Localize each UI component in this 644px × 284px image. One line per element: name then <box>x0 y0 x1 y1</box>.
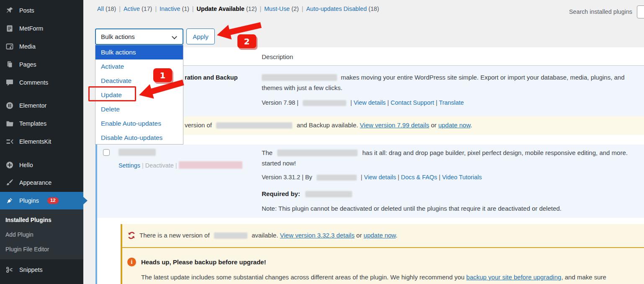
redacted-text <box>262 74 337 81</box>
description-column-header: Description <box>262 53 293 60</box>
submenu-plugin-file-editor[interactable]: Plugin File Editor <box>5 246 49 253</box>
sidebar-item-label: Posts <box>19 7 34 14</box>
comment-icon <box>5 78 14 87</box>
search-plugins-input[interactable] <box>637 5 644 18</box>
filter-update-available-count: (12) <box>246 5 257 12</box>
option-bulk-actions[interactable]: Bulk actions <box>95 45 183 59</box>
plug-icon <box>5 196 14 205</box>
filter-separator: | <box>302 5 304 12</box>
pages-icon <box>5 60 14 69</box>
plugin-1-version: Version 7.98 | <box>262 99 299 106</box>
info-icon: i <box>127 258 136 266</box>
redacted-plugin-2-name <box>118 149 156 156</box>
redacted-plugin-name <box>214 232 247 239</box>
elementor-icon <box>5 101 14 110</box>
plugin-2-view-details-link[interactable]: View details <box>364 174 396 181</box>
filter-all-count: (18) <box>106 5 116 12</box>
filter-update-available[interactable]: Update Available <box>197 5 245 12</box>
step-1-badge: 1 <box>153 68 172 82</box>
sidebar-item-label: Templates <box>19 120 46 127</box>
plugins-update-count-badge: 12 <box>47 197 59 204</box>
sidebar-item-hello[interactable]: Hello <box>0 157 83 173</box>
elementskit-icon <box>5 137 14 146</box>
sidebar-item-templates[interactable]: Templates <box>0 116 83 132</box>
plugin-1-contact-support-link[interactable]: Contact Support <box>391 99 434 106</box>
backup-warning-body: The latest update includes some substant… <box>141 274 606 281</box>
plugin-2-description-line2: started now! <box>262 160 296 167</box>
filter-all[interactable]: All <box>97 5 104 12</box>
pin-icon <box>5 6 14 15</box>
sidebar-item-media[interactable]: Media <box>0 39 83 54</box>
new-version-notice: There is a new version of available. Vie… <box>139 232 397 239</box>
sidebar-item-label: MetForm <box>19 25 43 32</box>
plugin-status-filters: All (18)|Active (17)|Inactive (1)|Update… <box>97 5 379 12</box>
plugin-2-video-tutorials-link[interactable]: Video Tutorials <box>442 174 482 181</box>
backup-site-link[interactable]: backup your site before upgrading <box>466 274 562 281</box>
filter-separator: | <box>155 5 157 12</box>
backup-warning-title: Heads up, Please backup before upgrade! <box>141 258 266 266</box>
plugin-2-checkbox[interactable] <box>103 149 110 156</box>
sidebar-item-appearance[interactable]: Appearance <box>0 175 83 191</box>
option-disable-auto-updates[interactable]: Disable Auto-updates <box>95 131 183 145</box>
chevron-down-icon <box>172 34 177 39</box>
filter-active[interactable]: Active <box>124 5 140 12</box>
sidebar-item-elementskit[interactable]: ElementsKit <box>0 134 83 150</box>
redacted-text <box>277 150 358 156</box>
redacted-plugin-name <box>216 122 292 129</box>
sidebar-item-comments[interactable]: Comments <box>0 75 83 90</box>
plugin-1-translate-link[interactable]: Translate <box>439 99 464 106</box>
option-enable-auto-updates[interactable]: Enable Auto-updates <box>95 116 183 131</box>
admin-sidebar: Posts MetForm Media Pages Comments Eleme… <box>0 0 83 284</box>
filter-must-use[interactable]: Must-Use <box>264 5 290 12</box>
folder-icon <box>5 119 14 128</box>
submenu-installed-plugins[interactable]: Installed Plugins <box>5 217 52 223</box>
plugin-2-required-by: Required by: <box>262 190 352 197</box>
redacted-author <box>303 100 346 106</box>
sidebar-item-plugins[interactable]: Plugins 12 <box>0 192 83 209</box>
sidebar-item-elementor[interactable]: Elementor <box>0 98 83 114</box>
sidebar-item-metform[interactable]: MetForm <box>0 21 83 36</box>
sidebar-item-label: Pages <box>19 61 36 68</box>
search-plugins-label: Search installed plugins <box>569 8 632 15</box>
bulk-actions-selected-value: Bulk actions <box>101 33 135 40</box>
sidebar-item-label: Plugins <box>19 197 39 204</box>
plugin-1-update-notice: version of and Backup available. View ve… <box>185 121 472 129</box>
step-2-badge: 2 <box>237 34 256 48</box>
update-now-link[interactable]: update now <box>438 121 471 129</box>
filter-separator: | <box>192 5 194 12</box>
bulk-actions-select[interactable]: Bulk actions <box>95 28 183 45</box>
view-version-799-details-link[interactable]: View version 7.99 details <box>360 121 429 129</box>
media-icon <box>5 42 14 51</box>
update-option-highlight-box <box>88 86 136 101</box>
sidebar-item-label: Comments <box>19 79 48 86</box>
filter-separator: | <box>260 5 261 12</box>
sidebar-item-label: Appearance <box>19 179 52 186</box>
plugin-2-docs-faqs-link[interactable]: Docs & FAQs <box>401 174 437 181</box>
view-version-3323-details-link[interactable]: View version 3.32.3 details <box>280 232 354 239</box>
redacted-required-by <box>305 191 352 197</box>
redacted-author <box>317 175 357 181</box>
sidebar-item-label: Hello <box>19 162 33 168</box>
filter-active-count: (17) <box>142 5 152 12</box>
sidebar-item-pages[interactable]: Pages <box>0 57 83 72</box>
sidebar-item-posts[interactable]: Posts <box>0 3 83 18</box>
update-now-link-2[interactable]: update now <box>363 232 396 239</box>
plugin-1-view-details-link[interactable]: View details <box>354 99 386 106</box>
plugin-2-settings-link[interactable]: Settings <box>118 162 140 169</box>
redacted-action-link <box>179 161 242 169</box>
submenu-add-plugin[interactable]: Add Plugin <box>5 232 33 238</box>
filter-auto-updates-disabled[interactable]: Auto-updates Disabled <box>306 5 367 12</box>
plugin-2-description-line1: The has it all: drag and drop page build… <box>262 149 628 156</box>
plugin-2-note: Note: This plugin cannot be deactivated … <box>262 205 562 212</box>
sidebar-item-label: Media <box>19 43 36 50</box>
sidebar-item-label: ElementsKit <box>19 138 51 145</box>
sidebar-item-snippets[interactable]: Snippets <box>0 262 83 278</box>
plugin-2-deactivate-link[interactable]: Deactivate <box>145 162 174 169</box>
refresh-icon <box>127 231 136 242</box>
plugin-1-description-line2: themes with just a few clicks. <box>262 84 343 91</box>
plugin-2-meta: Version 3.31.2 | By | View details | Doc… <box>262 174 482 181</box>
apply-button[interactable]: Apply <box>186 28 215 44</box>
plugin-2-version: Version 3.31.2 | By <box>262 174 312 181</box>
filter-inactive[interactable]: Inactive <box>160 5 180 12</box>
option-delete[interactable]: Delete <box>95 102 183 116</box>
